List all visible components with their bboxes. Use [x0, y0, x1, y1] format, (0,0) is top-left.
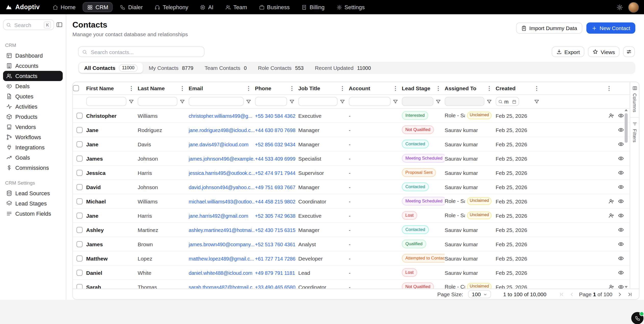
filter-funnel-icon[interactable]: [534, 99, 539, 104]
row-checkbox[interactable]: [76, 112, 83, 119]
row-checkbox[interactable]: [76, 155, 83, 161]
sidebar-item-dashboard[interactable]: Dashboard: [3, 50, 63, 61]
sidebar-item-commissions[interactable]: Commissions: [3, 163, 63, 173]
table-row[interactable]: David Johnson david.johnson494@yahoo.c..…: [73, 180, 630, 194]
row-checkbox[interactable]: [76, 255, 83, 261]
collapse-sidebar-icon[interactable]: [56, 21, 63, 28]
topnav-item-business[interactable]: Business: [254, 2, 294, 12]
view-contact-icon[interactable]: [618, 213, 624, 218]
topnav-item-settings[interactable]: Settings: [332, 2, 369, 12]
view-contact-icon[interactable]: [618, 241, 624, 247]
claim-contact-icon[interactable]: [608, 284, 614, 289]
filter-lead-stage-select[interactable]: [402, 97, 433, 106]
email-link[interactable]: jane.harris492@gmail.com: [189, 213, 248, 218]
row-checkbox[interactable]: [76, 269, 83, 276]
user-avatar[interactable]: [628, 2, 639, 12]
view-contact-icon[interactable]: [618, 284, 624, 289]
email-link[interactable]: james.johnson496@example...: [189, 156, 255, 161]
row-checkbox[interactable]: [76, 284, 83, 289]
sidebar-item-lead-stages[interactable]: Lead Stages: [3, 198, 63, 209]
topnav-item-home[interactable]: Home: [48, 2, 80, 12]
last-page-icon[interactable]: [627, 291, 633, 297]
column-menu-icon[interactable]: [393, 85, 398, 91]
row-checkbox[interactable]: [76, 127, 83, 133]
email-link[interactable]: ashley.martinez491@hotmai...: [189, 227, 255, 233]
table-row[interactable]: James Johnson james.johnson496@example..…: [73, 151, 630, 166]
table-row[interactable]: Christopher Williams christopher.william…: [73, 109, 630, 123]
table-row[interactable]: Matthew Lopez matthew.lopez489@gmail.c..…: [73, 251, 630, 266]
column-header-phone[interactable]: Phone: [255, 85, 271, 91]
export-button[interactable]: Export: [552, 46, 585, 57]
sidebar-item-custom-fields[interactable]: Custom Fields: [3, 209, 63, 219]
email-link[interactable]: matthew.lopez489@gmail.c...: [189, 256, 254, 261]
table-row[interactable]: Jane Rodriguez jane.rodriguez498@icloud.…: [73, 123, 630, 137]
email-link[interactable]: jane.davis497@icloud.com: [189, 141, 249, 147]
row-checkbox[interactable]: [76, 198, 83, 204]
claim-contact-icon[interactable]: [608, 213, 614, 218]
filter-funnel-icon[interactable]: [246, 99, 251, 104]
scrollbar-thumb[interactable]: [625, 113, 628, 143]
topnav-item-telephony[interactable]: Telephony: [150, 2, 193, 12]
email-link[interactable]: david.johnson494@yahoo.c...: [189, 184, 254, 190]
column-header-assigned-to[interactable]: Assigned To: [445, 85, 476, 91]
row-checkbox[interactable]: [76, 170, 83, 176]
email-link[interactable]: jane.rodriguez498@icloud.c...: [189, 127, 255, 133]
view-contact-icon[interactable]: [618, 170, 624, 176]
topnav-item-billing[interactable]: Billing: [297, 2, 329, 12]
filter-created-input[interactable]: [504, 99, 510, 104]
side-panel-tab-filters[interactable]: Filters: [630, 117, 639, 147]
sidebar-item-lead-sources[interactable]: Lead Sources: [3, 188, 63, 198]
prev-page-icon[interactable]: [569, 291, 574, 297]
scroll-up-arrow[interactable]: [625, 109, 628, 111]
sidebar-item-quotes[interactable]: Quotes: [3, 91, 63, 101]
column-menu-icon[interactable]: [340, 85, 345, 91]
topnav-item-crm[interactable]: CRM: [83, 2, 113, 12]
topnav-item-ai[interactable]: AI: [195, 2, 218, 12]
phone-link[interactable]: +49 751 693 7667: [255, 184, 295, 190]
phone-link[interactable]: +33 490 465 6580: [255, 284, 295, 289]
view-contact-icon[interactable]: [618, 184, 624, 190]
filter-account-input[interactable]: [349, 97, 391, 106]
filter-first-name-input[interactable]: [86, 97, 126, 106]
sidebar-item-products[interactable]: Products: [3, 112, 63, 122]
filter-funnel-icon[interactable]: [393, 99, 398, 104]
table-row[interactable]: Michael Williams michael.williams493@out…: [73, 194, 630, 209]
topnav-item-dialer[interactable]: Dialer: [115, 2, 147, 12]
filter-funnel-icon[interactable]: [435, 99, 441, 104]
table-row[interactable]: Daniel White daniel.white488@icloud.com …: [73, 266, 630, 280]
new-contact-button[interactable]: New Contact: [586, 22, 635, 34]
filter-funnel-icon[interactable]: [128, 99, 134, 104]
table-row[interactable]: Jane Davis jane.davis497@icloud.com +52 …: [73, 137, 630, 151]
row-checkbox[interactable]: [76, 141, 83, 147]
contacts-search-input[interactable]: [90, 48, 200, 55]
sidebar-item-accounts[interactable]: Accounts: [3, 61, 63, 71]
scroll-down-arrow[interactable]: [625, 286, 628, 288]
page-size-select[interactable]: 100: [468, 290, 491, 298]
filter-created-box[interactable]: [496, 97, 519, 106]
filter-funnel-icon[interactable]: [179, 99, 185, 104]
phone-link[interactable]: +55 340 584 4362: [255, 113, 295, 119]
filter-last-name-input[interactable]: [138, 97, 177, 106]
phone-link[interactable]: +44 630 870 7698: [255, 127, 295, 133]
tab-recent-updated[interactable]: Recent Updated 11000: [310, 63, 376, 73]
filter-phone-input[interactable]: [255, 97, 287, 106]
email-link[interactable]: james.brown490@company...: [189, 241, 254, 247]
tab-my-contacts[interactable]: My Contacts 8779: [144, 63, 198, 73]
email-link[interactable]: christopher.williams499@g...: [189, 113, 252, 119]
next-page-icon[interactable]: [617, 291, 623, 297]
view-contact-icon[interactable]: [618, 270, 624, 276]
column-menu-icon[interactable]: [179, 85, 185, 91]
column-header-account[interactable]: Account: [349, 85, 370, 91]
phone-link[interactable]: +44 533 409 6999: [255, 156, 295, 161]
view-contact-icon[interactable]: [618, 155, 624, 161]
column-menu-icon[interactable]: [486, 85, 492, 91]
filter-funnel-icon[interactable]: [340, 99, 345, 104]
claim-contact-icon[interactable]: [608, 198, 614, 204]
vertical-scrollbar[interactable]: [624, 109, 628, 288]
sidebar-search-box[interactable]: K: [3, 19, 54, 30]
column-menu-icon[interactable]: [606, 85, 612, 91]
claim-contact-icon[interactable]: [608, 113, 614, 119]
column-header-first-name[interactable]: First Name: [86, 85, 114, 91]
import-dummy-data-button[interactable]: Import Dummy Data: [516, 22, 582, 34]
email-link[interactable]: daniel.white488@icloud.com: [189, 270, 252, 276]
